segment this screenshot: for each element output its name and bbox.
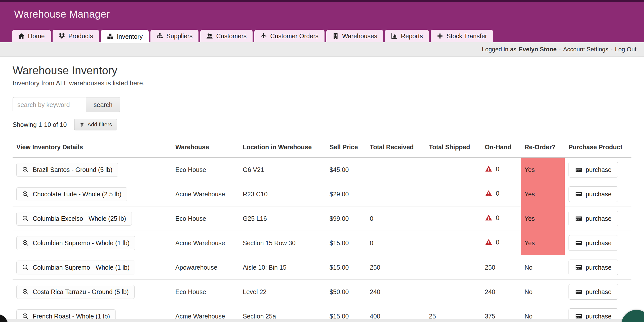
location-cell: Level 22 xyxy=(239,280,326,304)
on-hand-value: 0 xyxy=(496,190,499,197)
total-received-cell: 0 xyxy=(366,231,425,255)
tab-reports[interactable]: Reports xyxy=(385,30,429,42)
credit-card-icon xyxy=(575,289,582,295)
tab-warehouses[interactable]: Warehouses xyxy=(326,30,383,42)
tab-products[interactable]: Products xyxy=(53,30,99,42)
tab-icon xyxy=(59,33,65,39)
col-location: Location in Warehouse xyxy=(239,137,326,158)
sell-price-cell: $29.00 xyxy=(326,182,366,206)
on-hand-cell: 0 xyxy=(481,206,521,231)
inventory-table-body: Brazil Santos - Ground (5 lb) Eco House … xyxy=(13,158,631,322)
col-purchase-product: Purchase Product xyxy=(565,137,631,158)
account-settings-link[interactable]: Account Settings xyxy=(563,46,608,53)
tab-icon xyxy=(437,33,443,39)
tab-home[interactable]: Home xyxy=(12,30,51,42)
tab-icon xyxy=(332,33,339,39)
location-cell: Section 15 Row 30 xyxy=(239,231,326,255)
warehouse-cell: Acme Warehouse xyxy=(172,231,239,255)
nav-tabs: Home Products Inventory Suppliers Custom… xyxy=(12,30,493,42)
purchase-button[interactable]: purchase xyxy=(569,162,618,177)
on-hand-cell: 250 xyxy=(481,255,521,280)
search-button[interactable]: search xyxy=(86,97,120,112)
results-row: Showing 1-10 of 10 Add filters xyxy=(13,119,631,130)
reorder-cell: Yes xyxy=(521,231,565,255)
reorder-cell: No xyxy=(521,255,565,280)
logged-in-prefix: Logged in as xyxy=(482,46,516,53)
purchase-button[interactable]: purchase xyxy=(569,235,618,251)
purchase-button[interactable]: purchase xyxy=(569,284,618,300)
purchase-button[interactable]: purchase xyxy=(569,260,618,275)
total-received-cell xyxy=(366,158,425,182)
tab-inventory[interactable]: Inventory xyxy=(101,30,149,43)
sell-price-cell: $45.00 xyxy=(326,158,366,182)
col-total-received: Total Received xyxy=(366,137,425,158)
view-inventory-details-button[interactable]: Chocolate Turle - Whole (2.5 lb) xyxy=(16,187,127,201)
col-view-inventory-details: View Inventory Details xyxy=(13,137,172,158)
col-total-shipped: Total Shipped xyxy=(425,137,481,158)
tab-label: Home xyxy=(28,32,45,40)
low-stock-warning-icon xyxy=(485,190,493,197)
view-inventory-details-button[interactable]: Columbian Supremo - Whole (1 lb) xyxy=(16,236,135,250)
search-row: search xyxy=(13,97,631,112)
window-top-edge xyxy=(0,0,644,2)
view-inventory-details-button[interactable]: Columbia Excelso - Whole (25 lb) xyxy=(16,212,132,226)
tab-label: Reports xyxy=(401,32,423,40)
search-plus-icon xyxy=(22,240,29,246)
app-title: Warehouse Manager xyxy=(0,2,644,20)
tab-icon xyxy=(260,33,267,39)
total-shipped-cell xyxy=(425,255,481,280)
search-plus-icon xyxy=(22,191,29,198)
warehouse-cell: Eco House xyxy=(172,280,239,304)
on-hand-cell: 0 xyxy=(481,182,521,206)
credit-card-icon xyxy=(575,240,582,246)
tab-customers[interactable]: Customers xyxy=(200,30,253,42)
purchase-label: purchase xyxy=(586,191,612,198)
sell-price-cell: $15.00 xyxy=(326,231,366,255)
search-plus-icon xyxy=(22,289,29,295)
on-hand-cell: 240 xyxy=(481,280,521,304)
view-inventory-details-button[interactable]: Costa Rica Tarrazu - Ground (5 lb) xyxy=(16,285,135,299)
warehouse-cell: Apowarehouse xyxy=(172,255,239,280)
col-warehouse: Warehouse xyxy=(172,137,239,158)
tab-suppliers[interactable]: Suppliers xyxy=(150,30,198,42)
tab-label: Products xyxy=(68,32,93,40)
purchase-label: purchase xyxy=(586,288,612,296)
table-row: Columbian Supremo - Whole (1 lb) Apoware… xyxy=(13,255,631,280)
table-header-row: View Inventory Details Warehouse Locatio… xyxy=(13,137,631,158)
user-bar: Logged in as Evelyn Stone - Account Sett… xyxy=(0,42,644,57)
reorder-cell: No xyxy=(521,280,565,304)
results-summary: Showing 1-10 of 10 xyxy=(13,121,67,128)
credit-card-icon xyxy=(575,215,582,222)
credit-card-icon xyxy=(575,166,582,173)
purchase-label: purchase xyxy=(586,166,612,173)
reorder-cell: Yes xyxy=(521,158,565,182)
total-shipped-cell xyxy=(425,158,481,182)
purchase-button[interactable]: purchase xyxy=(569,211,618,226)
tab-customer-orders[interactable]: Customer Orders xyxy=(254,30,325,42)
tab-icon xyxy=(107,33,113,40)
warehouse-cell: Acme Warehouse xyxy=(172,182,239,206)
search-plus-icon xyxy=(22,264,29,271)
tab-icon xyxy=(156,33,163,39)
tab-label: Customers xyxy=(216,32,247,40)
app-header: Warehouse Manager Home Products Inventor… xyxy=(0,2,644,42)
sell-price-cell: $15.00 xyxy=(326,255,366,280)
log-out-link[interactable]: Log Out xyxy=(615,46,636,53)
reorder-cell: Yes xyxy=(521,206,565,231)
on-hand-value: 0 xyxy=(496,165,499,173)
tab-stock-transfer[interactable]: Stock Transfer xyxy=(431,30,493,42)
total-shipped-cell xyxy=(425,206,481,231)
table-row: Columbia Excelso - Whole (25 lb) Eco Hou… xyxy=(13,206,631,231)
tab-icon xyxy=(18,33,25,39)
filter-funnel-icon xyxy=(79,122,85,127)
search-input[interactable] xyxy=(13,97,86,112)
table-row: Brazil Santos - Ground (5 lb) Eco House … xyxy=(13,158,631,182)
warehouse-cell: Eco House xyxy=(172,158,239,182)
add-filters-button[interactable]: Add filters xyxy=(74,119,117,130)
view-inventory-details-button[interactable]: Columbian Supremo - Whole (1 lb) xyxy=(16,261,135,274)
view-inventory-details-button[interactable]: Brazil Santos - Ground (5 lb) xyxy=(16,163,118,177)
col-on-hand: On-Hand xyxy=(481,137,521,158)
purchase-button[interactable]: purchase xyxy=(569,186,618,202)
search-plus-icon xyxy=(22,166,29,173)
page-title: Warehouse Inventory xyxy=(13,64,631,77)
